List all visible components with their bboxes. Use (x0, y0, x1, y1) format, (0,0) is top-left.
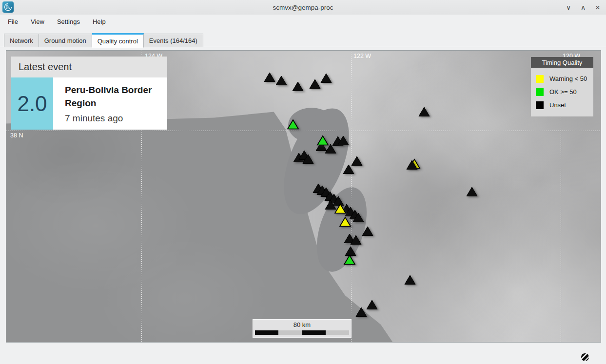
station-marker[interactable] (406, 159, 418, 170)
titlebar[interactable]: scmvx@gempa-proc ∨ ∧ × (0, 0, 606, 15)
legend-row-warning: Warning < 50 (531, 72, 593, 85)
legend-title: Timing Quality (531, 57, 593, 68)
tabbar: Network Ground motion Quality control Ev… (4, 33, 203, 47)
legend-label-unset: Unset (549, 101, 566, 109)
station-marker[interactable] (361, 226, 374, 236)
scalebar-seg-light (326, 330, 349, 335)
map-view[interactable]: 124 W 122 W 120 W 38 N 80 km Latest even… (6, 50, 601, 343)
station-marker[interactable] (263, 72, 276, 82)
scmvx-window: { "window": { "title": "scmvx@gempa-proc… (0, 0, 606, 364)
station-marker[interactable] (337, 135, 350, 146)
station-marker[interactable] (302, 153, 314, 164)
latest-event-card[interactable]: Latest event 2.0 Peru-Bolivia Border Reg… (11, 57, 167, 130)
app-logo-icon (2, 1, 14, 13)
ok-swatch (536, 88, 544, 96)
menu-view[interactable]: View (26, 16, 49, 27)
tab-events[interactable]: Events (164/164) (144, 34, 203, 47)
menu-settings[interactable]: Settings (52, 16, 85, 27)
station-marker[interactable] (343, 254, 356, 265)
station-marker[interactable] (339, 216, 352, 227)
station-marker[interactable] (466, 186, 478, 197)
window-title: scmvx@gempa-proc (0, 4, 606, 11)
map-scalebar: 80 km (253, 319, 352, 338)
window-controls: ∨ ∧ × (564, 0, 602, 15)
timing-quality-legend: Timing Quality Warning < 50 OK >= 50 Uns… (531, 57, 593, 116)
maximize-icon[interactable]: ∧ (579, 3, 587, 12)
station-marker[interactable] (418, 106, 430, 117)
station-marker[interactable] (404, 274, 416, 285)
scalebar-segments (255, 330, 349, 335)
event-region: Peru-Bolivia Border Region (65, 83, 167, 110)
station-marker[interactable] (292, 81, 304, 92)
menubar: File View Settings Help (0, 15, 606, 28)
station-marker[interactable] (352, 212, 365, 223)
latest-event-header: Latest event (11, 57, 167, 77)
station-marker[interactable] (320, 73, 332, 83)
scalebar-seg-dark (302, 330, 326, 335)
tab-quality-control[interactable]: Quality control (92, 33, 144, 48)
legend-label-ok: OK >= 50 (549, 88, 577, 96)
legend-row-unset: Unset (531, 98, 593, 112)
legend-body: Warning < 50 OK >= 50 Unset (531, 68, 593, 116)
statusbar (0, 342, 606, 364)
annotation-mode-icon[interactable] (580, 352, 590, 362)
station-marker[interactable] (355, 307, 368, 317)
close-icon[interactable]: × (593, 3, 602, 12)
tab-ground-motion[interactable]: Ground motion (39, 34, 92, 47)
legend-label-warning: Warning < 50 (549, 75, 587, 82)
event-info: Peru-Bolivia Border Region 7 minutes ago (53, 77, 167, 130)
legend-row-ok: OK >= 50 (531, 85, 593, 98)
warning-swatch (536, 75, 544, 83)
unset-swatch (536, 101, 544, 109)
grid-label-38n: 38 N (10, 132, 23, 139)
scalebar-seg-dark (255, 330, 278, 335)
scalebar-label: 80 km (253, 321, 351, 328)
station-marker[interactable] (342, 164, 355, 174)
menu-help[interactable]: Help (88, 16, 111, 27)
latest-event-body: 2.0 Peru-Bolivia Border Region 7 minutes… (11, 77, 167, 130)
station-marker[interactable] (287, 119, 299, 130)
menu-file[interactable]: File (3, 16, 23, 27)
event-magnitude: 2.0 (11, 77, 53, 130)
scalebar-seg-light (278, 330, 302, 335)
event-time: 7 minutes ago (65, 113, 167, 124)
gridline-38n (6, 131, 601, 131)
station-marker[interactable] (275, 75, 288, 86)
tab-network[interactable]: Network (4, 34, 39, 47)
station-marker[interactable] (334, 203, 347, 214)
gridline-122w (351, 51, 352, 342)
grid-label-122w: 122 W (353, 53, 371, 59)
minimize-icon[interactable]: ∨ (564, 3, 573, 12)
station-marker[interactable] (350, 234, 362, 245)
